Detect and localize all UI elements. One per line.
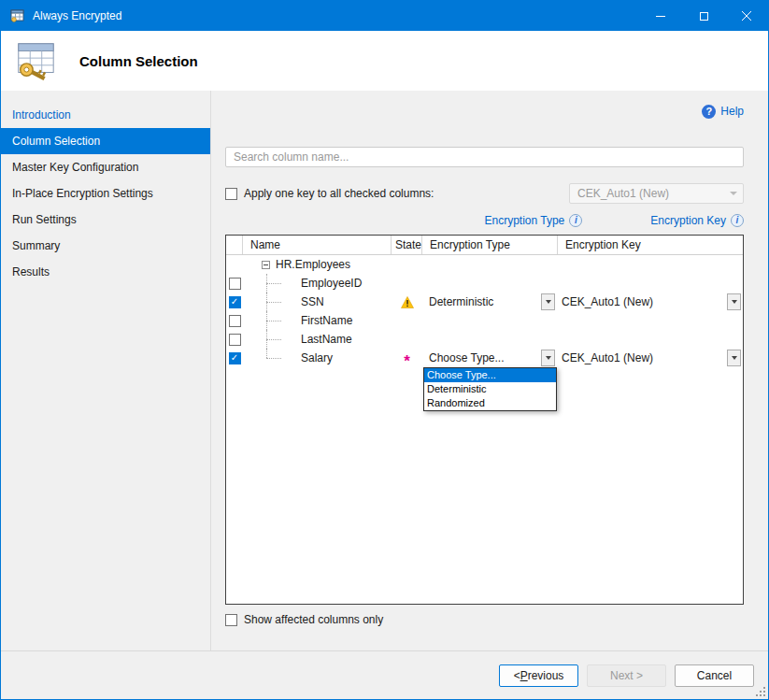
header-name: Name	[243, 236, 392, 254]
tree-connector	[243, 349, 297, 367]
encryption-type-combo-button[interactable]	[541, 293, 555, 310]
column-name: EmployeeID	[301, 277, 362, 290]
previous-prefix: <	[514, 669, 520, 682]
dropdown-option-randomized[interactable]: Randomized	[424, 396, 556, 410]
sidebar-item-master-key-configuration[interactable]: Master Key Configuration	[1, 154, 210, 180]
wizard-sidebar: Introduction Column Selection Master Key…	[1, 91, 211, 650]
minimize-icon	[656, 16, 665, 17]
tree-collapse-toggle[interactable]	[262, 261, 270, 269]
table-group-label: HR.Employees	[276, 258, 350, 271]
encryption-key-combo-button[interactable]	[727, 293, 741, 310]
table-row: EmployeeID	[226, 274, 743, 293]
apply-one-key-label: Apply one key to all checked columns:	[244, 187, 434, 200]
encryption-type-combo-button[interactable]	[541, 350, 555, 366]
encryption-type-value: Choose Type...	[429, 351, 505, 364]
encryption-key-link[interactable]: Encryption Key	[650, 214, 726, 227]
close-icon	[742, 11, 751, 21]
encryption-type-link[interactable]: Encryption Type	[484, 214, 564, 227]
warning-icon	[401, 296, 414, 308]
chevron-down-icon	[732, 300, 737, 304]
table-row-group: HR.Employees	[226, 255, 743, 274]
app-icon	[10, 8, 25, 23]
show-affected-checkbox[interactable]	[225, 614, 237, 626]
header-state: State	[392, 236, 422, 254]
main-content: ? Help Apply one key to all checked colu…	[211, 91, 768, 650]
tree-connector	[243, 311, 297, 330]
grid-header: Name State Encryption Type Encryption Ke…	[226, 236, 743, 255]
row-checkbox[interactable]	[229, 296, 241, 308]
column-name: Salary	[301, 351, 333, 364]
row-checkbox[interactable]	[229, 315, 241, 327]
encryption-key-value: CEK_Auto1 (New)	[562, 295, 653, 308]
row-checkbox[interactable]	[229, 352, 241, 364]
required-asterisk-icon: *	[404, 352, 410, 371]
header-checkbox-column	[226, 236, 243, 254]
column-name: LastName	[301, 333, 352, 346]
apply-key-combobox: CEK_Auto1 (New)	[569, 183, 744, 204]
encryption-type-value: Deterministic	[429, 295, 493, 308]
apply-key-value: CEK_Auto1 (New)	[577, 187, 669, 200]
sidebar-item-run-settings[interactable]: Run Settings	[1, 207, 210, 233]
maximize-icon	[700, 12, 708, 21]
encryption-key-value: CEK_Auto1 (New)	[562, 351, 653, 364]
maximize-button[interactable]	[682, 1, 725, 31]
column-selection-icon	[14, 39, 57, 82]
sidebar-item-column-selection[interactable]: Column Selection	[1, 128, 210, 154]
titlebar: Always Encrypted	[1, 1, 768, 31]
resize-grip-icon[interactable]	[754, 685, 765, 696]
sidebar-item-in-place-encryption-settings[interactable]: In-Place Encryption Settings	[1, 180, 210, 207]
encryption-type-info-icon[interactable]: i	[569, 214, 582, 227]
help-link[interactable]: Help	[720, 105, 744, 118]
footer-bar: < Previous Next > Cancel	[1, 650, 768, 699]
table-row: Salary * Choose Type... CEK_Auto1 (New)	[226, 349, 743, 367]
encryption-key-info-icon[interactable]: i	[731, 214, 744, 227]
columns-grid: Name State Encryption Type Encryption Ke…	[225, 235, 744, 605]
chevron-down-icon	[732, 356, 737, 360]
show-affected-label: Show affected columns only	[244, 613, 383, 626]
dropdown-option-choose-type[interactable]: Choose Type...	[424, 368, 556, 382]
row-checkbox[interactable]	[229, 278, 241, 290]
column-name: FirstName	[301, 314, 352, 327]
dropdown-option-deterministic[interactable]: Deterministic	[424, 382, 556, 396]
column-name: SSN	[301, 295, 324, 308]
tree-connector	[243, 274, 297, 293]
sidebar-item-results[interactable]: Results	[1, 259, 210, 285]
row-checkbox[interactable]	[229, 334, 241, 346]
checkbox-cell	[226, 255, 243, 274]
always-encrypted-window: Always Encrypted Column Selection	[0, 0, 769, 700]
minimize-button[interactable]	[639, 1, 682, 31]
chevron-down-icon	[730, 192, 737, 195]
tree-connector	[243, 330, 297, 349]
tree-connector	[243, 293, 297, 311]
chevron-down-icon	[546, 300, 551, 304]
help-icon: ?	[702, 105, 716, 119]
table-row: SSN Deterministic CEK_Auto	[226, 293, 743, 311]
table-row: LastName	[226, 330, 743, 349]
header-encryption-type: Encryption Type	[422, 236, 558, 254]
table-row: FirstName	[226, 311, 743, 330]
window-title: Always Encrypted	[33, 9, 121, 22]
page-header: Column Selection	[1, 31, 768, 91]
apply-one-key-checkbox[interactable]	[225, 188, 237, 200]
cancel-button[interactable]: Cancel	[675, 664, 754, 687]
encryption-key-combo-button[interactable]	[727, 350, 741, 366]
previous-accesskey: P	[520, 669, 528, 682]
previous-button[interactable]: < Previous	[499, 664, 578, 687]
search-input[interactable]	[225, 147, 744, 167]
chevron-down-icon	[546, 356, 551, 360]
page-title: Column Selection	[79, 53, 198, 69]
sidebar-item-summary[interactable]: Summary	[1, 233, 210, 259]
encryption-type-dropdown: Choose Type... Deterministic Randomized	[423, 367, 557, 411]
next-button: Next >	[587, 664, 666, 687]
header-encryption-key: Encryption Key	[558, 236, 743, 254]
sidebar-item-introduction[interactable]: Introduction	[1, 102, 210, 128]
previous-rest: revious	[528, 669, 564, 682]
close-button[interactable]	[725, 1, 768, 31]
